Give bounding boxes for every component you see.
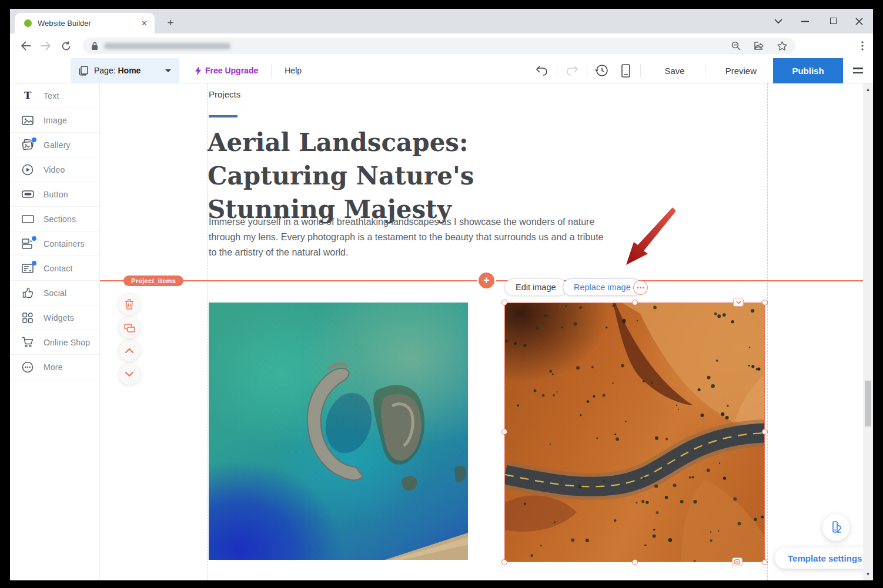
page-heading[interactable]: Aerial Landscapes: Capturing Nature's St… (208, 126, 607, 226)
sidebar-item-text[interactable]: T Text (10, 83, 99, 108)
minimize-icon[interactable] (801, 21, 811, 22)
url-address-bar[interactable] (83, 38, 795, 54)
close-icon[interactable] (855, 18, 865, 25)
preview-button[interactable]: Preview (709, 66, 773, 76)
sidebar-item-video[interactable]: Video (10, 157, 99, 182)
sidebar-item-containers[interactable]: Containers (10, 231, 99, 256)
resize-handle-bottom-left[interactable] (501, 559, 507, 565)
maximize-icon[interactable] (828, 16, 838, 26)
browser-window: Website Builder ✕ + (10, 9, 873, 580)
page-scrollbar[interactable]: ▲ ▼ (863, 83, 873, 580)
resize-handle-middle-left[interactable] (501, 429, 507, 435)
project-image-ocean[interactable] (209, 303, 468, 560)
notification-dot (32, 261, 36, 266)
duplicate-icon (124, 324, 135, 332)
chevron-down-icon (736, 301, 741, 304)
button-icon (21, 188, 34, 201)
page-selector-value: Home (118, 66, 141, 75)
tab-close-icon[interactable]: ✕ (141, 19, 148, 28)
lock-icon (91, 42, 98, 51)
image-options-top-badge[interactable] (733, 298, 744, 307)
move-down-button[interactable] (119, 364, 140, 385)
sidebar-item-social[interactable]: Social (10, 281, 99, 305)
publish-button[interactable]: Publish (773, 58, 843, 83)
browser-navigation-bar (10, 33, 873, 58)
bookmark-star-icon[interactable] (777, 41, 787, 51)
sidebar-item-image[interactable]: Image (10, 108, 99, 133)
thumbs-up-icon (21, 287, 34, 300)
sidebar-item-online-shop[interactable]: Online Shop (10, 330, 99, 355)
editor-toolbar: Page: Home Free Upgrade Help Save Previe… (10, 58, 873, 83)
tab-title: Website Builder (38, 19, 141, 28)
more-ellipsis-icon (21, 361, 34, 374)
resize-handle-top-center[interactable] (632, 300, 638, 305)
image-icon (21, 114, 34, 127)
chevron-down-icon (125, 372, 133, 377)
resize-handle-middle-right[interactable] (762, 429, 768, 435)
new-tab-button[interactable]: + (162, 14, 179, 32)
elements-sidebar: T Text Image Gallery (10, 83, 100, 580)
page-selector[interactable]: Page: Home (71, 58, 179, 83)
resize-handle-top-left[interactable] (501, 300, 507, 305)
redo-icon[interactable] (564, 66, 580, 75)
eyebrow-underline (209, 115, 238, 117)
annotation-arrow (617, 207, 678, 273)
editor-canvas: Projects Aerial Landscapes: Capturing Na… (100, 83, 863, 580)
design-palette-button[interactable] (822, 514, 849, 541)
palette-icon (829, 520, 843, 535)
reload-icon[interactable] (57, 37, 75, 55)
video-icon (21, 163, 34, 176)
sidebar-item-widgets[interactable]: Widgets (10, 305, 99, 330)
undo-icon[interactable] (534, 66, 550, 75)
delete-element-button[interactable] (119, 294, 140, 315)
window-controls (774, 9, 865, 33)
image-more-options-button[interactable] (633, 280, 648, 295)
pages-icon (79, 66, 88, 76)
browser-tab[interactable]: Website Builder ✕ (15, 13, 155, 33)
help-button[interactable]: Help (285, 66, 302, 75)
resize-handle-bottom-center[interactable] (632, 559, 638, 565)
resize-handle-bottom-right[interactable] (762, 559, 768, 565)
sidebar-item-sections[interactable]: Sections (10, 207, 99, 231)
replace-image-button[interactable]: Replace image (563, 278, 642, 296)
edit-image-button[interactable]: Edit image (504, 278, 567, 296)
add-section-button[interactable]: + (479, 273, 494, 288)
move-up-button[interactable] (119, 340, 140, 361)
share-icon[interactable] (754, 41, 764, 51)
scroll-down-arrow[interactable]: ▼ (863, 572, 873, 577)
history-icon[interactable] (594, 64, 610, 77)
blurred-url-text (104, 43, 230, 49)
menu-hamburger-icon[interactable] (853, 68, 863, 73)
duplicate-element-button[interactable] (119, 317, 140, 338)
save-button[interactable]: Save (648, 66, 701, 76)
window-chevron-icon[interactable] (774, 19, 784, 23)
template-settings-button[interactable]: Template settings (775, 547, 863, 569)
text-icon: T (21, 89, 34, 102)
scroll-up-arrow[interactable]: ▲ (863, 87, 873, 92)
shopping-cart-icon (21, 336, 34, 349)
image-options-bottom-badge[interactable] (732, 557, 742, 566)
browser-menu-icon[interactable] (861, 41, 864, 51)
selected-image-wrapper[interactable] (504, 303, 765, 562)
sidebar-item-more[interactable]: More (10, 355, 99, 379)
sidebar-item-contact[interactable]: Contact (10, 256, 99, 281)
forward-icon[interactable] (37, 37, 55, 55)
sidebar-item-button[interactable]: Button (10, 182, 99, 207)
intro-paragraph[interactable]: Immerse yourself in a world of breathtak… (209, 214, 604, 260)
trash-icon (125, 299, 134, 310)
back-icon[interactable] (17, 37, 35, 55)
widgets-icon (21, 311, 34, 324)
notification-dot (32, 236, 36, 241)
zoom-out-icon[interactable] (731, 41, 741, 51)
section-badge[interactable]: Project_items (123, 275, 183, 286)
tab-strip: Website Builder ✕ + (10, 9, 873, 33)
scrollbar-thumb[interactable] (865, 381, 871, 426)
project-image-desert[interactable] (505, 303, 764, 562)
resize-handle-top-right[interactable] (762, 300, 768, 305)
sidebar-item-gallery[interactable]: Gallery (10, 133, 99, 157)
eyebrow-text[interactable]: Projects (209, 89, 240, 99)
page-selector-label: Page: (94, 66, 116, 75)
mobile-view-icon[interactable] (618, 64, 633, 78)
free-upgrade-button[interactable]: Free Upgrade (195, 66, 258, 75)
svg-text:T: T (24, 89, 32, 101)
